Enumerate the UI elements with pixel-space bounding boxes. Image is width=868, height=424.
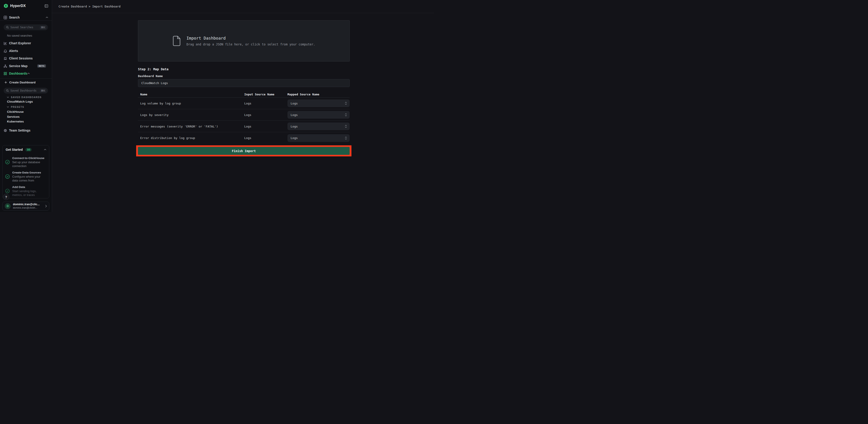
saved-dashboards-input[interactable]: Saved Dashboards ⌘K — [4, 88, 48, 94]
user-email: dominic.tran@clickh... — [13, 206, 39, 209]
search-section-icon — [4, 16, 7, 19]
step-title: Add Data — [12, 185, 46, 189]
create-dashboard-button[interactable]: Create Dashboard — [0, 79, 52, 86]
dashboard-name-input[interactable] — [138, 79, 350, 87]
mapping-table: Name Input Source Name Mapped Source Nam… — [138, 91, 350, 144]
finish-import-button[interactable]: Finish Import — [138, 147, 350, 155]
dashboard-item-cloudwatch-logs[interactable]: CloudWatch Logs — [7, 100, 33, 103]
shortcut-badge: ⌘K — [40, 89, 46, 92]
nav-label: Service Map — [9, 64, 28, 68]
dropzone-title: Import Dashboard — [187, 36, 315, 40]
nav-label: Chart Explorer — [9, 41, 31, 45]
mapped-source-select[interactable]: Logs — [287, 111, 350, 119]
selected-value: Logs — [290, 102, 298, 105]
step-desc: Set up your database connection — [12, 160, 46, 168]
get-started-item[interactable]: Connect to ClickHouse Set up your databa… — [5, 156, 47, 168]
chevron-down-icon — [7, 106, 9, 107]
search-icon — [6, 26, 9, 29]
select-chevrons-icon — [345, 113, 347, 117]
sidebar: HyperDX Search Saved Searches ⌘K No save… — [0, 0, 52, 212]
progress-badge: 3/3 — [25, 148, 32, 152]
column-header-mapped-source: Mapped Source Name — [287, 93, 350, 96]
dropzone-subtitle: Drag and drop a JSON file here, or click… — [187, 42, 315, 46]
step-title: Create Data Sources — [12, 171, 46, 175]
sidebar-item-service-map[interactable]: Service Map BETA — [0, 62, 52, 70]
step-desc: Start sending logs, metrics, or traces — [12, 189, 46, 197]
select-chevrons-icon — [345, 102, 347, 105]
chevron-up-icon — [27, 73, 30, 74]
check-circle-icon — [5, 160, 10, 164]
column-header-name: Name — [138, 93, 244, 96]
collapse-sidebar-icon — [44, 4, 48, 8]
select-chevrons-icon — [345, 136, 347, 140]
sidebar-divider — [0, 78, 52, 79]
preset-item-kubernetes[interactable]: Kubernetes — [7, 120, 24, 123]
saved-searches-input[interactable]: Saved Searches ⌘K — [4, 24, 48, 30]
get-started-item[interactable]: Add Data Start sending logs, metrics, or… — [5, 185, 47, 197]
import-dropzone[interactable]: Import Dashboard Drag and drop a JSON fi… — [138, 20, 350, 62]
sidebar-item-client-sessions[interactable]: Client Sessions — [0, 55, 52, 62]
mapped-source-select[interactable]: Logs — [287, 99, 350, 107]
section-saved-dashboards[interactable]: SAVED DASHBOARDS — [7, 96, 41, 99]
get-started-header: Get Started 3/3 — [6, 148, 46, 152]
file-icon — [173, 35, 181, 46]
chart-name: Log volume by log group — [138, 102, 244, 105]
step-heading: Step 2: Map Data — [138, 67, 168, 71]
create-dashboard-label: Create Dashboard — [9, 81, 35, 84]
preset-item-services[interactable]: Services — [7, 115, 20, 119]
laptop-icon — [4, 57, 7, 60]
mapped-source-select[interactable]: Logs — [287, 123, 350, 130]
sidebar-item-search[interactable]: Search — [0, 15, 52, 20]
input-source: Logs — [244, 125, 287, 128]
nav-label: Alerts — [9, 49, 18, 53]
search-section-label: Search — [9, 15, 20, 19]
line-chart-icon — [4, 41, 7, 45]
check-circle-icon — [5, 174, 10, 179]
hyperdx-logo-icon — [4, 4, 8, 8]
input-source: Logs — [244, 136, 287, 140]
sidebar-item-alerts[interactable]: Alerts — [0, 47, 52, 55]
input-source: Logs — [244, 113, 287, 117]
user-name: dominic.tran@clic... — [13, 203, 39, 206]
chevron-down-icon — [7, 97, 9, 98]
saved-dashboards-placeholder: Saved Dashboards — [10, 89, 37, 92]
chevron-up-icon[interactable] — [44, 149, 46, 150]
get-started-title: Get Started — [6, 148, 23, 152]
sidebar-header: HyperDX — [0, 0, 52, 12]
mapped-source-select[interactable]: Logs — [287, 134, 350, 142]
sidebar-collapse-button[interactable] — [44, 4, 48, 8]
network-icon — [4, 64, 7, 68]
grid-icon — [4, 72, 7, 75]
table-row: Error messages (severity 'ERROR' or 'FAT… — [138, 121, 350, 132]
sidebar-item-dashboards[interactable]: Dashboards — [0, 70, 52, 77]
user-menu[interactable]: D dominic.tran@clic... dominic.tran@clic… — [2, 202, 49, 210]
get-started-item[interactable]: Create Data Sources Configure where your… — [5, 171, 47, 183]
sidebar-item-team-settings[interactable]: Team Settings — [0, 127, 52, 134]
step-title: Connect to ClickHouse — [12, 156, 46, 160]
selected-value: Logs — [290, 125, 298, 128]
get-started-list: Connect to ClickHouse Set up your databa… — [5, 154, 47, 197]
chevron-right-icon — [45, 205, 47, 207]
sidebar-item-chart-explorer[interactable]: Chart Explorer — [0, 39, 52, 47]
saved-searches-placeholder: Saved Searches — [10, 26, 33, 29]
table-header: Name Input Source Name Mapped Source Nam… — [138, 91, 350, 98]
preset-item-clickhouse[interactable]: ClickHouse — [7, 110, 24, 113]
table-row: Log volume by log group Logs Logs — [138, 98, 350, 109]
breadcrumb[interactable]: Create Dashboard > Import Dashboard — [59, 5, 121, 8]
topbar: Create Dashboard > Import Dashboard — [52, 0, 434, 13]
bell-icon — [4, 49, 7, 53]
selected-value: Logs — [290, 113, 298, 117]
section-title: PRESETS — [11, 105, 24, 108]
help-button[interactable]: ? — [3, 194, 9, 200]
no-saved-searches-text: No saved searches — [7, 34, 32, 37]
shortcut-badge: ⌘K — [40, 26, 46, 29]
team-settings-label: Team Settings — [9, 129, 31, 132]
section-presets[interactable]: PRESETS — [7, 105, 24, 108]
dashboard-name-label: Dashboard Name — [138, 74, 163, 78]
input-source: Logs — [244, 102, 287, 105]
click-highlight-annotation: Finish Import — [136, 145, 351, 156]
table-row: Logs by severity Logs Logs — [138, 109, 350, 121]
select-chevrons-icon — [345, 125, 347, 128]
chart-name: Logs by severity — [138, 113, 244, 117]
avatar: D — [5, 203, 11, 209]
